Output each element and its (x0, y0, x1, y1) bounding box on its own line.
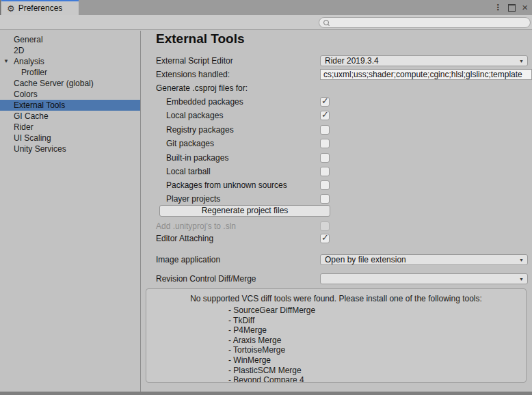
local-tarball-checkbox[interactable] (320, 167, 330, 176)
sidebar-item-ui-scaling[interactable]: UI Scaling (0, 133, 140, 144)
check-icon: ✓ (321, 233, 329, 243)
git-packages-label: Git packages (166, 138, 214, 149)
csproj-section-label: Generate .csproj files for: (156, 83, 248, 94)
script-editor-label: External Script Editor (156, 55, 233, 66)
image-application-label: Image application (156, 254, 220, 265)
registry-packages-checkbox[interactable] (320, 125, 330, 135)
builtin-packages-label: Built-in packages (166, 152, 228, 163)
sidebar-item-profiler[interactable]: Profiler (0, 67, 140, 78)
dropdown-arrow-icon: ▼ (519, 277, 524, 282)
editor-attaching-label: Editor Attaching (156, 233, 213, 244)
vcs-tool-item: - P4Merge (228, 325, 526, 336)
vcs-notice-box: No supported VCS diff tools were found. … (146, 288, 527, 383)
registry-packages-label: Registry packages (166, 124, 234, 135)
search-input[interactable] (332, 18, 526, 29)
regenerate-project-files-button[interactable]: Regenerate project files (159, 205, 330, 217)
chevron-down-icon[interactable]: ▼ (3, 56, 9, 67)
sidebar-item-colors[interactable]: Colors (0, 89, 140, 100)
vcs-tool-item: - TkDiff (228, 316, 526, 326)
embedded-packages-checkbox[interactable]: ✓ (320, 97, 330, 107)
sidebar-item-rider[interactable]: Rider (0, 122, 140, 133)
preferences-tab[interactable]: ⚙ Preferences (1, 0, 79, 15)
editor-attaching-checkbox[interactable]: ✓ (320, 234, 330, 243)
gear-icon: ⚙ (7, 4, 15, 13)
vcs-tool-item: - PlasticSCM Merge (228, 366, 526, 376)
dropdown-arrow-icon: ▼ (519, 59, 524, 64)
unknown-sources-checkbox[interactable] (320, 180, 330, 190)
close-icon[interactable]: × (522, 3, 528, 12)
window-controls: ⋮ × (494, 0, 532, 15)
vcs-tool-item: - Beyond Compare 4 (228, 375, 526, 383)
script-editor-dropdown[interactable]: Rider 2019.3.4 ▼ (320, 55, 528, 66)
check-icon: ✓ (321, 96, 329, 106)
sidebar-item-2d[interactable]: 2D (0, 45, 140, 56)
page-title: External Tools (156, 31, 245, 46)
sidebar-item-external-tools[interactable]: External Tools (0, 100, 140, 111)
vcs-notice-intro: No supported VCS diff tools were found. … (149, 294, 523, 303)
add-unityproj-checkbox (320, 221, 330, 231)
embedded-packages-label: Embedded packages (166, 96, 243, 107)
sidebar: General 2D ▼Analysis Profiler Cache Serv… (0, 31, 141, 392)
check-icon: ✓ (321, 110, 329, 120)
image-application-dropdown[interactable]: Open by file extension ▼ (320, 254, 528, 265)
search-icon (323, 20, 329, 25)
window-bottom-edge (0, 392, 532, 395)
menu-dots-icon[interactable]: ⋮ (494, 3, 502, 12)
sidebar-item-cache-server[interactable]: Cache Server (global) (0, 78, 140, 89)
player-projects-checkbox[interactable] (320, 194, 330, 204)
sidebar-item-analysis[interactable]: ▼Analysis (0, 56, 140, 67)
vcs-tool-item: - WinMerge (228, 355, 526, 366)
sidebar-item-unity-services[interactable]: Unity Services (0, 144, 140, 154)
vcs-tool-item: - Araxis Merge (228, 336, 526, 346)
preferences-window: ⚙ Preferences ⋮ × General 2D ▼Analysis P… (0, 0, 532, 395)
local-tarball-label: Local tarball (166, 166, 211, 177)
local-packages-checkbox[interactable]: ✓ (320, 111, 330, 120)
sidebar-item-general[interactable]: General (0, 34, 140, 45)
local-packages-label: Local packages (166, 110, 223, 121)
add-unityproj-label: Add .unityproj's to .sln (156, 221, 236, 232)
toolbar (0, 15, 532, 30)
extensions-input[interactable]: cs;uxml;uss;shader;compute;cginc;hlsl;gl… (320, 69, 532, 80)
revision-control-dropdown[interactable]: ▼ (320, 273, 528, 284)
unknown-sources-label: Packages from unknown sources (166, 180, 287, 191)
tab-title: Preferences (18, 3, 63, 13)
extensions-label: Extensions handled: (156, 69, 230, 80)
builtin-packages-checkbox[interactable] (320, 153, 330, 163)
dropdown-arrow-icon: ▼ (519, 258, 524, 262)
vcs-tool-item: - SourceGear DiffMerge (228, 305, 526, 316)
search-box[interactable] (319, 17, 531, 28)
tab-bar: ⚙ Preferences ⋮ × (0, 0, 532, 15)
image-application-value: Open by file extension (325, 255, 406, 264)
git-packages-checkbox[interactable] (320, 139, 330, 148)
revision-control-label: Revision Control Diff/Merge (156, 273, 256, 284)
maximize-icon[interactable] (508, 4, 516, 12)
sidebar-item-gi-cache[interactable]: GI Cache (0, 111, 140, 122)
player-projects-label: Player projects (166, 193, 220, 204)
external-tools-panel: External Tools External Script Editor Ri… (142, 31, 532, 392)
content-area: General 2D ▼Analysis Profiler Cache Serv… (0, 31, 532, 392)
script-editor-value: Rider 2019.3.4 (325, 56, 379, 66)
vcs-tool-item: - TortoiseMerge (228, 345, 526, 355)
sidebar-item-label: Analysis (14, 57, 44, 66)
